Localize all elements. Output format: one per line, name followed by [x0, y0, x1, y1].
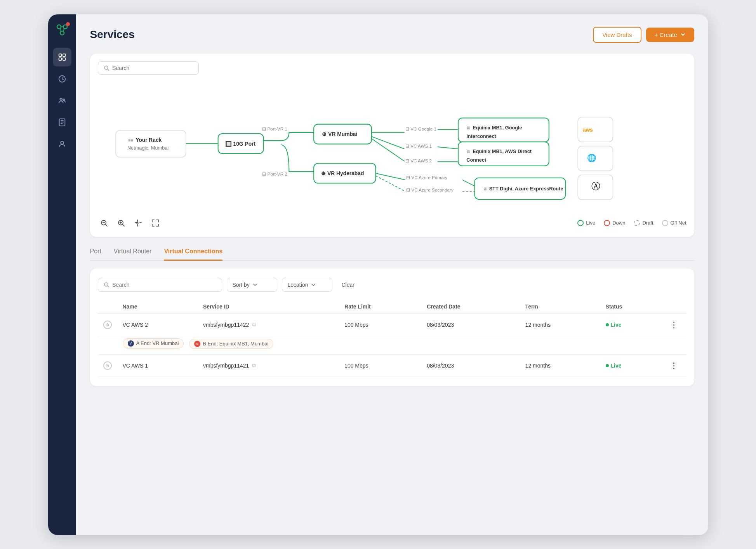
- zoom-out-button[interactable]: [98, 217, 110, 229]
- svg-text:Equinix MB1, AWS Direct: Equinix MB1, AWS Direct: [473, 148, 532, 154]
- table-search-box[interactable]: [98, 278, 222, 292]
- row-status-cell: Live: [600, 314, 661, 336]
- fullscreen-button[interactable]: [149, 217, 162, 229]
- svg-text:Interconnect: Interconnect: [466, 133, 496, 139]
- network-diagram-svg: ≡≡ Your Rack Netmagic, Mumbai 🔲 10G Port…: [98, 81, 686, 213]
- svg-text:🖥: 🖥: [466, 125, 471, 130]
- svg-text:⊟ VC Google 1: ⊟ VC Google 1: [405, 126, 436, 131]
- svg-text:≡≡: ≡≡: [128, 138, 134, 143]
- virtual-connections-table: Name Service ID Rate Limit Created Date …: [98, 300, 686, 377]
- svg-text:⊟ VC AWS 2: ⊟ VC AWS 2: [405, 158, 432, 163]
- diagram-search-input[interactable]: [112, 65, 193, 71]
- svg-text:⊟ VC Azure Primary: ⊟ VC Azure Primary: [406, 174, 447, 180]
- view-drafts-button[interactable]: View Drafts: [593, 27, 641, 43]
- sidebar-item-docs[interactable]: [53, 113, 71, 132]
- svg-text:Equinix MB1, Google: Equinix MB1, Google: [473, 125, 522, 131]
- svg-line-52: [375, 176, 405, 191]
- svg-text:⊕ VR Hyderabad: ⊕ VR Hyderabad: [321, 170, 364, 176]
- tab-virtual-router[interactable]: Virtual Router: [114, 248, 152, 261]
- row-created-date-cell: 08/03/2023: [421, 314, 520, 336]
- svg-rect-8: [59, 58, 61, 60]
- svg-text:Your Rack: Your Rack: [136, 137, 162, 143]
- svg-point-11: [60, 98, 62, 100]
- svg-point-2: [60, 31, 64, 35]
- vc-target-icon[interactable]: ◎: [103, 321, 112, 329]
- status-live-dot: [606, 323, 609, 326]
- copy-service-id-button[interactable]: ⧉: [252, 362, 256, 369]
- svg-text:aws: aws: [582, 126, 593, 132]
- row-more-button[interactable]: ⋮: [667, 319, 681, 331]
- svg-text:⊟ Port-VR 2: ⊟ Port-VR 2: [262, 171, 287, 176]
- legend-draft: Draft: [634, 220, 653, 226]
- row-rate-limit-cell: 100 Mbps: [339, 354, 421, 376]
- svg-line-51: [375, 173, 405, 180]
- col-actions: [661, 300, 686, 314]
- copy-service-id-button[interactable]: ⧉: [252, 321, 256, 328]
- table-header-row: Name Service ID Rate Limit Created Date …: [98, 300, 686, 314]
- svg-line-19: [107, 69, 109, 70]
- row-icon-cell: ◎: [98, 354, 117, 376]
- location-chevron-icon: [311, 282, 316, 287]
- logo: [54, 21, 71, 38]
- status-live-dot: [606, 364, 609, 367]
- svg-line-41: [437, 147, 458, 149]
- page-title: Services: [90, 28, 135, 41]
- svg-text:STT Dighi, Azure ExpressRoute: STT Dighi, Azure ExpressRoute: [489, 185, 563, 191]
- svg-text:⊟ VC Azure Secondary: ⊟ VC Azure Secondary: [406, 187, 454, 192]
- clear-button[interactable]: Clear: [337, 279, 359, 291]
- sidebar-item-network[interactable]: [53, 48, 71, 66]
- create-button[interactable]: + Create: [646, 28, 694, 42]
- diagram-card: ≡≡ Your Rack Netmagic, Mumbai 🔲 10G Port…: [90, 54, 694, 237]
- row-term-cell: 12 months: [520, 354, 600, 376]
- svg-text:🖥: 🖥: [466, 149, 471, 153]
- notification-dot: [66, 22, 70, 26]
- table-row: ◎ VC AWS 1 vmbsfymbgp11421 ⧉ 100 Mbps 08…: [98, 354, 686, 376]
- row-more-cell: ⋮: [661, 314, 686, 336]
- legend-live: Live: [577, 220, 595, 226]
- svg-line-55: [462, 180, 474, 186]
- svg-line-4: [60, 28, 61, 31]
- row-icon-cell: ◎: [98, 314, 117, 336]
- search-icon: [104, 65, 109, 71]
- diagram-tools: [98, 217, 162, 229]
- svg-text:🔲 10G Port: 🔲 10G Port: [225, 140, 255, 147]
- vc-target-icon[interactable]: ◎: [103, 361, 112, 370]
- row-status-cell: Live: [600, 354, 661, 376]
- svg-line-36: [371, 138, 404, 161]
- location-dropdown[interactable]: Location: [282, 278, 332, 292]
- chevron-down-icon: [680, 32, 686, 37]
- svg-line-5: [63, 28, 64, 31]
- svg-text:Connect: Connect: [466, 157, 487, 163]
- row-created-date-cell: 08/03/2023: [421, 354, 520, 376]
- page-header: Services View Drafts + Create: [90, 27, 694, 43]
- tab-virtual-connections[interactable]: Virtual Connections: [164, 248, 222, 261]
- svg-text:🌐: 🌐: [587, 153, 596, 162]
- stt-azure-node: 🖥 STT Dighi, Azure ExpressRoute: [474, 178, 565, 199]
- diagram-search-box[interactable]: [98, 61, 199, 75]
- col-name: Name: [117, 300, 198, 314]
- row-name-cell: VC AWS 2: [117, 314, 198, 336]
- tab-port[interactable]: Port: [90, 248, 101, 261]
- col-rate-limit: Rate Limit: [339, 300, 421, 314]
- diagram-search-row: [98, 61, 686, 75]
- endpoint-b-tag: E B End: Equinix MB1, Mumbai: [189, 339, 273, 349]
- svg-text:🖥: 🖥: [483, 186, 487, 191]
- sidebar-item-clock[interactable]: [53, 70, 71, 88]
- sort-by-dropdown[interactable]: Sort by: [227, 278, 277, 292]
- svg-line-75: [108, 286, 109, 287]
- diagram-legend: Live Down Draft Off Net: [577, 220, 686, 226]
- col-term: Term: [520, 300, 600, 314]
- table-search-input[interactable]: [112, 282, 216, 288]
- endpoint-row: V A End: VR Mumbai E B End: Equinix MB1,…: [98, 336, 686, 354]
- pan-button[interactable]: [132, 217, 144, 229]
- table-search-icon: [104, 282, 109, 288]
- your-rack-node: ≡≡ Your Rack Netmagic, Mumbai: [116, 130, 186, 157]
- row-more-button[interactable]: ⋮: [667, 359, 681, 372]
- row-term-cell: 12 months: [520, 314, 600, 336]
- sidebar-item-team[interactable]: [53, 91, 71, 110]
- sidebar-item-user[interactable]: [53, 135, 71, 153]
- zoom-in-button[interactable]: [115, 217, 127, 229]
- col-icon: [98, 300, 117, 314]
- diagram-area: ≡≡ Your Rack Netmagic, Mumbai 🔲 10G Port…: [98, 81, 686, 213]
- vr-hyderabad-node: ⊕ VR Hyderabad: [314, 163, 375, 183]
